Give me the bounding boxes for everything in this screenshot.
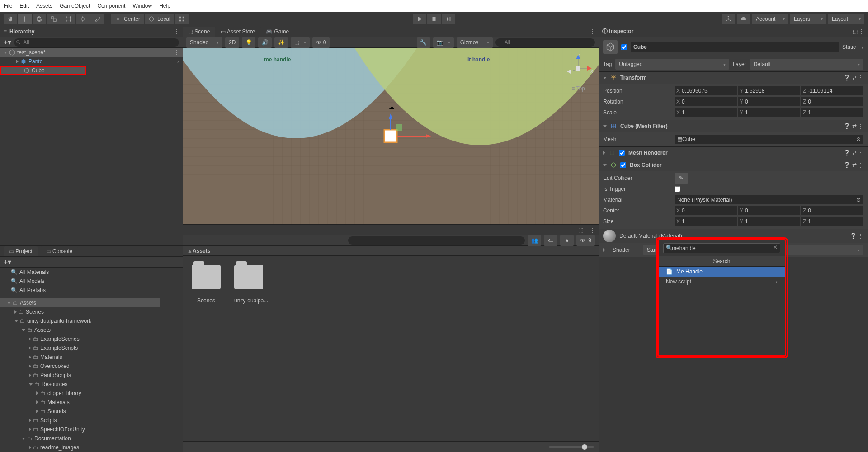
tools-icon[interactable]: 🔧 xyxy=(417,37,430,48)
layers-dropdown[interactable]: Layers xyxy=(790,14,826,24)
custom-tool[interactable] xyxy=(90,14,104,24)
menu-gameobject[interactable]: GameObject xyxy=(60,3,90,9)
filter-all-models[interactable]: 🔍 All Models xyxy=(0,277,160,286)
2d-toggle[interactable]: 2D xyxy=(225,37,239,48)
filter-all-prefabs[interactable]: 🔍 All Prefabs xyxy=(0,286,160,295)
project-tab[interactable]: ▭ Project xyxy=(4,246,38,256)
active-checkbox[interactable] xyxy=(621,44,627,50)
project-tree-item[interactable]: 🗀 Assets xyxy=(0,325,160,334)
pivot-toggle[interactable]: Center xyxy=(111,14,144,24)
project-tree-item[interactable]: 🗀 Overcooked xyxy=(0,362,160,371)
project-tree-item[interactable]: 🗀 ExampleScenes xyxy=(0,334,160,344)
gizmos-dropdown[interactable]: Gizmos xyxy=(457,37,493,48)
menu-component[interactable]: Component xyxy=(97,3,125,9)
menu-window[interactable]: Window xyxy=(132,3,152,9)
cloud-icon[interactable] xyxy=(737,14,750,24)
collab-icon[interactable] xyxy=(722,14,735,24)
snap-toggle[interactable] xyxy=(175,14,189,24)
asset-store-tab[interactable]: ▭ Asset Store xyxy=(215,27,260,37)
search-by-label[interactable]: 🏷 xyxy=(544,235,557,246)
pause-button[interactable] xyxy=(427,14,441,24)
static-dropdown[interactable] xyxy=(859,44,863,50)
camera-dropdown[interactable]: 📷 xyxy=(433,37,454,48)
scale-tool[interactable] xyxy=(47,14,61,24)
hierarchy-item-cube[interactable]: Cube xyxy=(0,66,86,75)
project-tree-item[interactable]: 🗀 Resources xyxy=(0,380,160,389)
project-tree-item[interactable]: 🗀 ExampleScripts xyxy=(0,344,160,353)
svg-rect-16 xyxy=(450,17,451,21)
physic-material-field[interactable]: None (Physic Material)⊙ xyxy=(675,195,863,204)
effects-dropdown[interactable]: ⬚ xyxy=(291,37,310,48)
tag-dropdown[interactable]: Untagged xyxy=(615,59,729,70)
project-restore-icon[interactable]: ⬚ xyxy=(576,227,586,233)
console-tab[interactable]: ▭ Console xyxy=(41,246,78,256)
folder-scenes[interactable]: Scenes xyxy=(192,265,221,304)
search-result-new-script[interactable]: New script› xyxy=(659,277,785,287)
account-dropdown[interactable]: Account xyxy=(752,14,788,24)
hierarchy-item-panto[interactable]: Panto › xyxy=(0,57,183,66)
mesh-renderer-icon xyxy=(609,150,615,156)
rotate-tool[interactable] xyxy=(33,14,46,24)
object-name-input[interactable] xyxy=(631,42,839,52)
project-tree-item[interactable]: 🗀 Materials xyxy=(0,398,160,407)
edit-collider-button[interactable]: ✎ xyxy=(675,173,688,184)
project-tree-item[interactable]: 🗀 PantoScripts xyxy=(0,371,160,380)
space-toggle[interactable]: Local xyxy=(145,14,174,24)
project-tree-item[interactable]: 🗀 Materials xyxy=(0,353,160,362)
game-tab[interactable]: 🎮 Game xyxy=(260,27,294,37)
light-toggle[interactable]: 💡 xyxy=(242,37,255,48)
filter-all-materials[interactable]: 🔍 All Materials xyxy=(0,268,160,277)
project-tree-item[interactable]: 🗀 unity-dualpanto-framework xyxy=(0,316,160,325)
renderer-enabled[interactable] xyxy=(619,150,625,156)
menu-assets[interactable]: Assets xyxy=(36,3,52,9)
transform-tool[interactable] xyxy=(76,14,90,24)
audio-toggle[interactable]: 🔊 xyxy=(258,37,272,48)
is-trigger-checkbox[interactable] xyxy=(675,186,680,192)
mesh-field[interactable]: ▦ Cube⊙ xyxy=(675,135,863,144)
project-tree-item[interactable]: 🗀 SpeechIOForUnity xyxy=(0,425,160,434)
menu-file[interactable]: File xyxy=(4,3,12,9)
layer-dropdown[interactable]: Default xyxy=(750,59,863,70)
scene-search[interactable] xyxy=(495,38,595,47)
folder-unity-dualpanto[interactable]: unity-dualpa... xyxy=(234,265,268,304)
project-search[interactable] xyxy=(348,236,525,245)
step-button[interactable] xyxy=(442,14,455,24)
project-add[interactable]: +▾ xyxy=(4,258,11,266)
hidden-count[interactable]: 👁 0 xyxy=(312,37,330,48)
project-menu-icon[interactable]: ⋮ xyxy=(586,227,599,233)
scene-tab[interactable]: ⬚ Scene xyxy=(183,27,215,37)
move-tool[interactable] xyxy=(18,14,32,24)
project-tree-item[interactable]: 🗀 Scripts xyxy=(0,416,160,425)
it-handle-label: it handle xyxy=(467,56,490,63)
rect-tool[interactable] xyxy=(61,14,75,24)
project-tree-item[interactable]: 🗀 Documentation xyxy=(0,434,160,443)
collider-enabled[interactable] xyxy=(620,162,626,168)
search-by-type[interactable]: 👥 xyxy=(528,235,541,246)
add-button[interactable]: +▾ xyxy=(4,38,11,47)
svg-point-5 xyxy=(66,20,67,22)
fx-toggle[interactable]: ✨ xyxy=(274,37,288,48)
breadcrumb[interactable]: Assets xyxy=(193,248,210,254)
hand-tool[interactable] xyxy=(4,14,17,24)
scene-row[interactable]: test_scene* ⋮ xyxy=(0,48,183,57)
folder-icon xyxy=(192,265,221,289)
hidden-project[interactable]: 👁 9 xyxy=(576,235,595,246)
save-search[interactable]: ★ xyxy=(560,235,574,246)
project-tree-item[interactable]: 🗀 Assets xyxy=(0,298,160,307)
project-tree-item[interactable]: 🗀 Sounds xyxy=(0,407,160,416)
component-search-input[interactable] xyxy=(663,243,780,253)
project-tree-item[interactable]: 🗀 Scenes xyxy=(0,307,160,316)
layout-dropdown[interactable]: Layout xyxy=(828,14,864,24)
menu-edit[interactable]: Edit xyxy=(19,3,29,9)
project-tree-item[interactable]: 🗀 readme_images xyxy=(0,443,160,452)
scene-view[interactable]: me handle it handle ☁ xyxy=(183,48,599,224)
shading-dropdown[interactable]: Shaded xyxy=(186,37,222,48)
play-button[interactable] xyxy=(413,14,426,24)
static-label: Static xyxy=(842,44,856,50)
hierarchy-search[interactable] xyxy=(14,38,179,47)
folder-icon xyxy=(234,265,263,289)
project-tree-item[interactable]: 🗀 clipper_library xyxy=(0,389,160,398)
menu-help[interactable]: Help xyxy=(159,3,170,9)
clear-search-icon[interactable]: ✕ xyxy=(773,244,778,250)
search-result-me-handle[interactable]: 📄Me Handle xyxy=(659,267,785,277)
